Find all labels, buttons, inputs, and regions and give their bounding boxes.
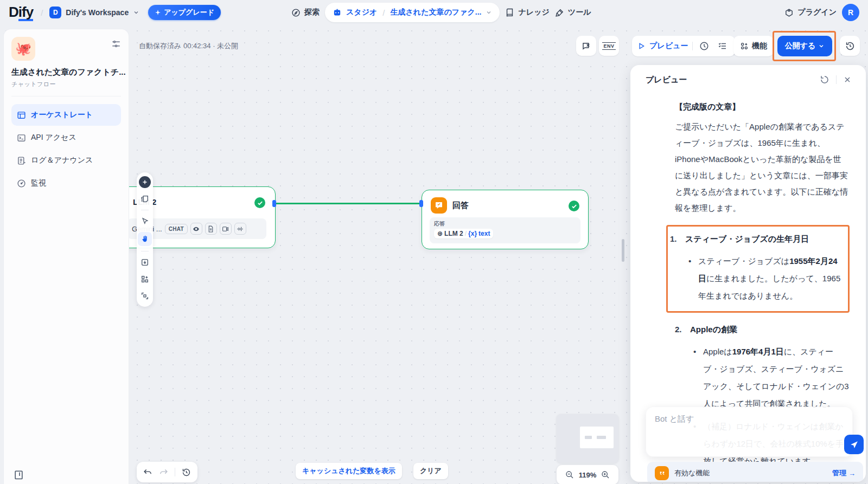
book-icon xyxy=(505,8,514,17)
nav-explore[interactable]: 探索 xyxy=(291,8,320,17)
workspace-selector[interactable]: D Dify's Workspace xyxy=(49,7,139,18)
checklist-icon[interactable] xyxy=(716,39,730,53)
app-type-label: チャットフロー xyxy=(11,80,121,88)
bullet-item: • スティーブ・ジョブズは1955年2月24日に生まれました。したがって、196… xyxy=(685,253,841,305)
success-check-icon xyxy=(254,197,265,208)
variable-pill[interactable]: ⊕ LLM 2 / {x} text xyxy=(434,229,493,238)
clear-button[interactable]: クリア xyxy=(413,463,448,479)
minimap-node xyxy=(585,436,592,439)
change-history-button[interactable] xyxy=(182,468,191,477)
zoom-out-icon[interactable] xyxy=(565,470,574,479)
collapse-sidebar-icon[interactable] xyxy=(14,469,24,480)
success-check-icon xyxy=(569,201,579,211)
arrow-right-icon: → xyxy=(848,469,856,477)
undo-button[interactable] xyxy=(143,468,152,477)
nav-knowledge[interactable]: ナレッジ xyxy=(505,8,549,17)
logo-text: D xyxy=(9,4,18,21)
restore-chat-button[interactable] xyxy=(576,36,596,56)
publish-button[interactable]: 公開する xyxy=(777,36,832,56)
add-node-button[interactable] xyxy=(139,176,151,188)
fit-view-button[interactable] xyxy=(139,290,151,302)
breadcrumb-separator: / xyxy=(41,8,43,17)
zoom-in-icon[interactable] xyxy=(601,470,610,479)
env-variables-button[interactable]: ENV xyxy=(599,36,619,56)
show-cached-variables-button[interactable]: キャッシュされた変数を表示 xyxy=(296,463,402,479)
active-features-bar: 有効な機能 管理 → xyxy=(647,462,863,482)
sparkle-icon xyxy=(155,9,161,16)
active-features-label: 有効な機能 xyxy=(674,468,827,478)
divider xyxy=(692,42,693,50)
item2-bold: 1976年4月1日 xyxy=(732,347,784,356)
chat-remove-icon xyxy=(582,41,591,51)
sidebar-item-logs[interactable]: ログ＆アナウンス xyxy=(11,150,121,171)
zoom-control: 119% xyxy=(557,465,618,484)
redo-button[interactable] xyxy=(159,468,168,477)
play-icon xyxy=(637,42,645,50)
chat-mode-badge: CHAT xyxy=(165,224,188,234)
organize-blocks-button[interactable] xyxy=(139,273,151,285)
version-history-button[interactable] xyxy=(840,36,860,56)
restart-conversation-icon[interactable] xyxy=(818,73,832,87)
message-intro: ご提示いただいた「Appleの創業者であるスティーブ・ジョブズは、1965年に生… xyxy=(675,119,850,216)
sidebar-item-api-access[interactable]: API アクセス xyxy=(11,127,121,149)
dify-logo[interactable]: D ify xyxy=(9,4,33,21)
variable-x-icon: {x} xyxy=(468,230,477,237)
zoom-level[interactable]: 119% xyxy=(579,471,597,479)
sidebar-item-orchestrate[interactable]: オーケストレート xyxy=(11,104,121,126)
llm-output-port[interactable] xyxy=(272,200,276,207)
video-plus-icon xyxy=(220,223,232,235)
audio-wave-icon xyxy=(234,223,246,235)
nav-plugins[interactable]: プラグイン xyxy=(784,8,837,17)
variable-node-icon: ⊕ xyxy=(437,230,443,237)
paper-plane-icon xyxy=(850,440,859,449)
edge-llm-to-answer xyxy=(275,203,423,204)
upgrade-button[interactable]: アップグレード xyxy=(148,5,221,20)
top-navigation-bar: D ify / D Dify's Workspace アップグレード 探索 スタ… xyxy=(0,0,868,25)
manage-link[interactable]: 管理 → xyxy=(832,468,856,478)
app-sidebar: 🐙 生成された文章のファクトチ... チャットフロー オーケストレート API … xyxy=(3,29,129,484)
answer-output-box: 応答 ⊕ LLM 2 / {x} text xyxy=(430,217,580,243)
chat-input[interactable] xyxy=(646,406,853,457)
user-avatar[interactable]: R xyxy=(842,4,859,21)
send-button[interactable] xyxy=(844,435,864,454)
sidebar-item-label: 監視 xyxy=(31,178,46,188)
terminal-icon xyxy=(17,133,26,143)
chevron-down-icon[interactable] xyxy=(486,9,492,16)
sidebar-item-label: オーケストレート xyxy=(31,110,93,120)
tools-label: ツール xyxy=(568,8,591,17)
run-preview-button[interactable]: プレビュー xyxy=(649,41,688,51)
pointer-mode-button[interactable] xyxy=(139,215,151,227)
scrollbar-thumb[interactable] xyxy=(622,239,624,262)
current-app-breadcrumb[interactable]: 生成された文章のファク... xyxy=(391,8,482,17)
explore-label: 探索 xyxy=(304,8,320,17)
close-icon[interactable] xyxy=(841,73,854,86)
app-settings-icon[interactable] xyxy=(111,39,121,49)
answer-node[interactable]: 回答 応答 ⊕ LLM 2 / {x} text xyxy=(422,190,589,249)
chevron-down-icon xyxy=(133,9,139,16)
bullet-marker: • xyxy=(685,253,698,305)
answer-input-port[interactable] xyxy=(419,200,423,207)
hand-mode-button[interactable] xyxy=(138,232,152,246)
sidebar-item-monitoring[interactable]: 監視 xyxy=(11,172,121,194)
knowledge-label: ナレッジ xyxy=(518,8,549,17)
explore-icon xyxy=(291,8,301,17)
app-icon[interactable]: 🐙 xyxy=(11,37,35,61)
import-dsl-button[interactable] xyxy=(139,256,151,268)
minimap[interactable] xyxy=(557,414,618,463)
chevron-down-icon xyxy=(818,43,825,49)
upgrade-label: アップグレード xyxy=(164,8,214,17)
bullet-item: • Appleは1976年4月1日に、スティーブ・ジョブズ、スティーブ・ウォズニ… xyxy=(690,343,850,412)
nav-tools[interactable]: ツール xyxy=(555,8,591,17)
studio-label[interactable]: スタジオ xyxy=(346,8,377,17)
robot-icon xyxy=(333,8,342,17)
variable-separator: / xyxy=(465,230,467,237)
run-history-icon[interactable] xyxy=(697,39,711,53)
nav-studio-breadcrumb[interactable]: スタジオ / 生成された文章のファク... xyxy=(325,3,500,22)
add-note-button[interactable] xyxy=(139,193,151,205)
divider xyxy=(141,251,149,251)
answer-node-icon xyxy=(431,197,447,214)
divider xyxy=(141,210,149,210)
features-button[interactable]: 機能 xyxy=(733,36,774,56)
list-number: 1. xyxy=(670,231,685,305)
annotation-box-fact1: 1. スティーブ・ジョブズの生年月日 • スティーブ・ジョブズは1955年2月2… xyxy=(666,225,850,313)
